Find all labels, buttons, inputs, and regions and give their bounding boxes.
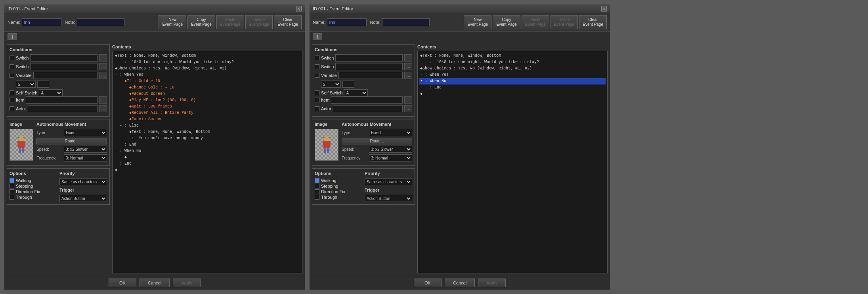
self-switch-checkbox-2[interactable] — [315, 90, 319, 95]
switch2-input-1[interactable] — [30, 63, 98, 70]
contents-area-1[interactable]: ◆Text : None, None, Window, Bottom : 10\… — [112, 51, 302, 273]
trigger-title-1: Trigger — [59, 188, 107, 192]
variable-value-input-1[interactable] — [37, 81, 49, 88]
ok-button-1[interactable]: OK — [109, 279, 136, 287]
cancel-button-1[interactable]: Cancel — [140, 279, 170, 287]
variable-op-select-2[interactable]: ≥ — [321, 81, 341, 88]
priority-select-1[interactable]: Same as characters — [59, 178, 107, 185]
svg-rect-6 — [19, 148, 21, 153]
image-preview-2[interactable] — [315, 129, 338, 161]
actor-btn-1[interactable]: … — [99, 105, 107, 112]
actor-input-2[interactable] — [333, 105, 403, 112]
speed-select-1[interactable]: 3: x2 Slower — [64, 146, 107, 153]
variable-input-1[interactable] — [33, 72, 98, 79]
stepping-checkbox-2[interactable] — [315, 184, 319, 188]
switch1-btn-1[interactable]: … — [99, 54, 107, 61]
variable-value-input-2[interactable] — [342, 81, 354, 88]
apply-button-2[interactable]: Apply — [478, 279, 506, 287]
actor-input-1[interactable] — [28, 105, 98, 112]
switch1-input-1[interactable] — [30, 54, 98, 61]
variable-checkbox-2[interactable] — [315, 73, 319, 78]
trigger-select-2[interactable]: Action Button — [365, 195, 412, 202]
item-checkbox-1[interactable] — [10, 98, 14, 102]
copy-event-page-btn-2[interactable]: CopyEvent Page — [493, 15, 520, 29]
event-editor-window-1: ID:001 - Event Editor ✕ Name: Note: NewE… — [4, 4, 305, 290]
paste-event-page-btn-1[interactable]: PasteEvent Page — [216, 15, 244, 29]
right-panel-2: Contents ◆Text : None, None, Window, Bot… — [417, 44, 608, 273]
switch2-btn-1[interactable]: … — [99, 63, 107, 70]
route-button-2[interactable]: Route... — [342, 138, 412, 144]
priority-select-2[interactable]: Same as characters — [365, 178, 412, 185]
clear-event-page-btn-1[interactable]: ClearEvent Page — [274, 15, 302, 29]
image-area-1: Image — [10, 122, 33, 161]
direction-fix-checkbox-1[interactable] — [10, 189, 14, 194]
self-switch-select-1[interactable]: A B C D — [39, 89, 63, 96]
frequency-select-2[interactable]: 3: Normal — [369, 154, 412, 161]
actor-row-2: Actor … — [315, 105, 412, 112]
switch1-input-2[interactable] — [335, 54, 403, 61]
actor-checkbox-2[interactable] — [315, 106, 319, 111]
switch2-checkbox-1[interactable] — [10, 64, 14, 69]
apply-button-1[interactable]: Apply — [173, 279, 201, 287]
copy-event-page-btn-1[interactable]: CopyEvent Page — [187, 15, 215, 29]
note-input-1[interactable] — [77, 18, 124, 26]
variable-checkbox-1[interactable] — [10, 73, 14, 78]
item-input-2[interactable] — [331, 96, 403, 104]
speed-select-2[interactable]: 3: x2 Slower — [369, 146, 412, 153]
switch2-checkbox-2[interactable] — [315, 64, 319, 69]
switch1-checkbox-1[interactable] — [10, 56, 14, 60]
delete-event-page-btn-2[interactable]: DeleteEvent Page — [551, 15, 578, 29]
image-preview-1[interactable] — [10, 129, 33, 161]
route-button-1[interactable]: Route... — [36, 138, 107, 144]
ok-button-2[interactable]: OK — [414, 279, 442, 287]
page-tab-2[interactable]: 1 — [313, 33, 322, 40]
type-select-2[interactable]: Fixed Random Approach Custom — [369, 129, 412, 136]
clear-event-page-btn-2[interactable]: ClearEvent Page — [579, 15, 607, 29]
page-tabs-1: 1 — [4, 32, 305, 42]
new-event-page-btn-2[interactable]: NewEvent Page — [464, 15, 491, 29]
variable-btn-1[interactable]: … — [99, 72, 107, 79]
content-line-6: ◆Change Gold : - 10 — [114, 85, 300, 91]
stepping-checkbox-1[interactable] — [10, 184, 14, 188]
paste-event-page-btn-2[interactable]: PasteEvent Page — [522, 15, 549, 29]
name-input-1[interactable] — [22, 18, 61, 26]
type-select-1[interactable]: Fixed Random Approach Custom — [64, 129, 107, 136]
actor-btn-2[interactable]: … — [404, 105, 412, 112]
walking-checkbox-1[interactable] — [10, 178, 14, 183]
item-input-1[interactable] — [26, 96, 98, 104]
options-title-1: Options — [10, 171, 57, 176]
content-line-10: ◆Recover All : Entire Party — [114, 110, 300, 116]
variable-op-select-1[interactable]: ≥ — [16, 81, 36, 88]
toolbar-1: Name: Note: NewEvent Page CopyEvent Page… — [4, 13, 305, 32]
self-switch-select-2[interactable]: A B C D — [344, 89, 368, 96]
item-btn-1[interactable]: … — [99, 96, 107, 104]
delete-event-page-btn-1[interactable]: DeleteEvent Page — [245, 15, 273, 29]
through-checkbox-1[interactable] — [10, 195, 14, 200]
item-btn-2[interactable]: … — [404, 96, 412, 104]
direction-fix-checkbox-2[interactable] — [315, 189, 319, 194]
frequency-select-1[interactable]: 3: Normal — [64, 154, 107, 161]
switch2-row-2: Switch … — [315, 63, 412, 70]
movement-title-2: Autonomous Movement — [342, 122, 412, 127]
self-switch-checkbox-1[interactable] — [10, 90, 14, 95]
actor-checkbox-1[interactable] — [10, 106, 14, 111]
variable-btn-2[interactable]: … — [404, 72, 412, 79]
page-tab-1[interactable]: 1 — [8, 33, 17, 40]
item-checkbox-2[interactable] — [315, 98, 319, 102]
switch1-btn-2[interactable]: … — [404, 54, 412, 61]
note-input-2[interactable] — [382, 18, 430, 26]
close-button-1[interactable]: ✕ — [296, 6, 302, 12]
trigger-select-1[interactable]: Action Button — [59, 195, 107, 202]
toolbar-buttons-2: NewEvent Page CopyEvent Page PasteEvent … — [464, 15, 607, 29]
switch1-checkbox-2[interactable] — [315, 56, 319, 60]
switch2-input-2[interactable] — [335, 63, 403, 70]
switch2-btn-2[interactable]: … — [404, 63, 412, 70]
variable-input-2[interactable] — [338, 72, 403, 79]
new-event-page-btn-1[interactable]: NewEvent Page — [159, 15, 186, 29]
walking-checkbox-2[interactable] — [315, 178, 319, 183]
close-button-2[interactable]: ✕ — [601, 6, 607, 12]
contents-area-2[interactable]: ◆Text : None, None, Window, Bottom : 10\… — [417, 51, 608, 273]
name-input-2[interactable] — [327, 18, 367, 26]
cancel-button-2[interactable]: Cancel — [445, 279, 475, 287]
through-checkbox-2[interactable] — [315, 195, 319, 200]
